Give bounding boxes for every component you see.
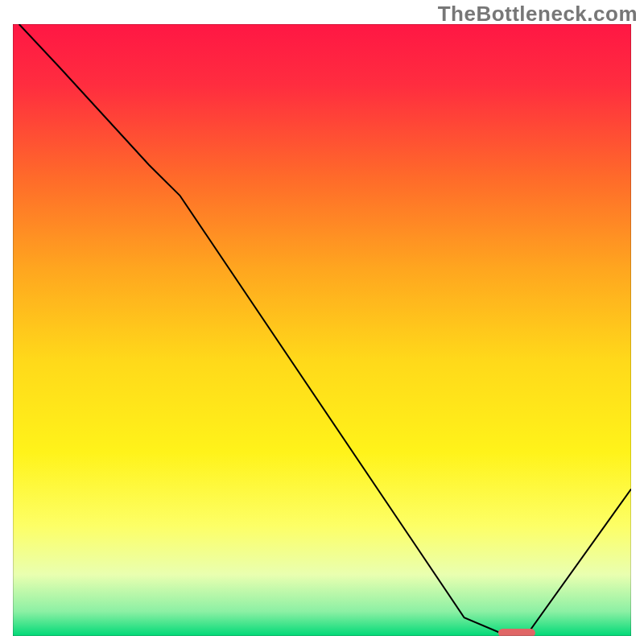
- bottleneck-chart: TheBottleneck.com: [0, 0, 644, 644]
- chart-plot-area: [13, 24, 631, 636]
- optimal-range-marker: [498, 629, 535, 636]
- gradient-background: [13, 24, 631, 636]
- watermark-text: TheBottleneck.com: [438, 2, 638, 27]
